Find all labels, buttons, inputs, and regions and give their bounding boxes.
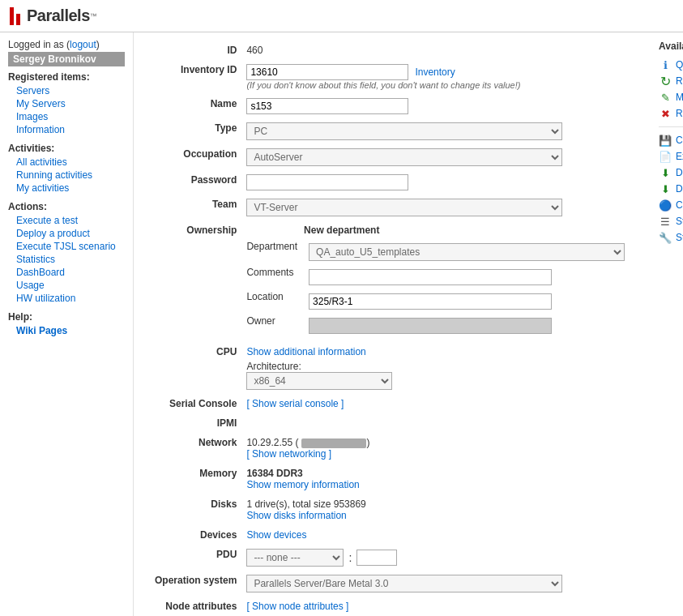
action-remove[interactable]: ✖ Remove bbox=[659, 105, 683, 122]
sidebar-item-statistics[interactable]: Statistics bbox=[8, 253, 125, 266]
logo: Parallels™ bbox=[10, 6, 673, 25]
winpe-icon: 🔵 bbox=[659, 199, 672, 212]
inventory-id-input[interactable] bbox=[246, 64, 408, 80]
password-input[interactable] bbox=[246, 174, 408, 190]
password-cell bbox=[241, 170, 634, 195]
cpu-row: CPU Show additional information Architec… bbox=[150, 342, 634, 394]
sidebar-item-hw-utilization[interactable]: HW utilization bbox=[8, 292, 125, 305]
pdu-row: PDU --- none --- : bbox=[150, 545, 634, 571]
team-label: Team bbox=[150, 195, 241, 220]
action-create-winpe[interactable]: 🔵 Create WinPE bbox=[659, 197, 683, 213]
remove-icon: ✖ bbox=[659, 107, 672, 120]
sidebar-item-servers[interactable]: Servers bbox=[8, 84, 125, 97]
sidebar-item-deploy-product[interactable]: Deploy a product bbox=[8, 227, 125, 240]
location-input[interactable] bbox=[309, 293, 552, 310]
location-cell bbox=[304, 289, 630, 314]
network-ip-text: 10.29.2.55 ( bbox=[246, 437, 298, 448]
pdu-port-input[interactable] bbox=[356, 550, 397, 566]
sidebar-registered-title: Registered items: bbox=[8, 71, 125, 83]
sidebar-item-my-activities[interactable]: My activities bbox=[8, 182, 125, 195]
name-label: Name bbox=[150, 94, 241, 118]
deploy-product-icon: ⬇ bbox=[659, 182, 672, 195]
sidebar-item-all-activities[interactable]: All activities bbox=[8, 156, 125, 169]
team-row: Team VT-Server bbox=[150, 195, 634, 220]
sidebar-item-my-servers[interactable]: My Servers bbox=[8, 97, 125, 110]
info-icon: ℹ bbox=[659, 58, 672, 71]
sidebar-item-usage[interactable]: Usage bbox=[8, 279, 125, 292]
inventory-id-label: Inventory ID bbox=[150, 60, 241, 94]
cpu-label: CPU bbox=[150, 342, 241, 394]
inventory-id-row-inner: Inventory bbox=[246, 64, 630, 80]
inventory-id-row: Inventory ID Inventory (If you don't kno… bbox=[150, 60, 634, 94]
owner-input[interactable] bbox=[309, 318, 552, 334]
action-execute-test-label: Execute test bbox=[676, 151, 683, 162]
action-start-activity[interactable]: 🔧 Start activity bbox=[659, 229, 683, 246]
ipmi-label: IPMI bbox=[150, 413, 241, 433]
actions-title: Available actions bbox=[659, 41, 683, 52]
location-row: Location bbox=[246, 289, 630, 314]
network-bar bbox=[301, 438, 366, 448]
inventory-link[interactable]: Inventory bbox=[415, 66, 455, 78]
team-select[interactable]: VT-Server bbox=[246, 199, 562, 216]
owner-label: Owner bbox=[246, 314, 304, 338]
ownership-row: Ownership New department Department bbox=[150, 220, 634, 342]
sidebar-help-section: Help: Wiki Pages bbox=[8, 311, 125, 337]
disks-row: Disks 1 drive(s), total size 953869 Show… bbox=[150, 494, 634, 525]
disks-value: 1 drive(s), total size 953869 bbox=[246, 498, 630, 510]
logo-tm: ™ bbox=[90, 12, 97, 20]
header: Parallels™ bbox=[0, 0, 683, 32]
sidebar-item-wiki-pages[interactable]: Wiki Pages bbox=[8, 324, 125, 337]
action-deploy-image[interactable]: ⬇ Deploy image bbox=[659, 165, 683, 181]
cpu-arch: Architecture: x86_64 bbox=[246, 361, 630, 390]
type-select[interactable]: PC bbox=[246, 122, 562, 140]
ipmi-row: IPMI bbox=[150, 413, 634, 433]
name-input[interactable] bbox=[246, 98, 408, 114]
devices-show-link[interactable]: Show devices bbox=[246, 529, 306, 541]
cpu-arch-select[interactable]: x86_64 bbox=[246, 372, 392, 390]
action-query-update-label: Query & Update bbox=[676, 59, 683, 71]
os-row: Operation system Parallels Server/Bare M… bbox=[150, 571, 634, 597]
ownership-cell: New department Department QA_auto_U5_tem… bbox=[241, 220, 634, 342]
cpu-show-link[interactable]: Show additional information bbox=[246, 346, 365, 357]
action-start-manual-test[interactable]: ☰ Start manual test bbox=[659, 213, 683, 229]
sidebar-item-dashboard[interactable]: DashBoard bbox=[8, 266, 125, 279]
disks-cell: 1 drive(s), total size 953869 Show disks… bbox=[241, 494, 634, 525]
action-deploy-product[interactable]: ⬇ Deploy product bbox=[659, 181, 683, 197]
disks-show-link[interactable]: Show disks information bbox=[246, 510, 346, 521]
network-show-link[interactable]: [ Show networking ] bbox=[246, 448, 331, 460]
network-ip-display: 10.29.2.55 () bbox=[246, 437, 630, 448]
actions-panel: Available actions ℹ Query & Update ↻ Ref… bbox=[651, 32, 683, 616]
sidebar-username: Sergey Bronnikov bbox=[8, 52, 125, 66]
logout-link[interactable]: logout bbox=[70, 39, 96, 50]
serial-console-cell: [ Show serial console ] bbox=[241, 394, 634, 413]
department-select[interactable]: QA_auto_U5_templates bbox=[309, 243, 625, 261]
sidebar-item-running-activities[interactable]: Running activities bbox=[8, 169, 125, 182]
sidebar-actions-title: Actions: bbox=[8, 201, 125, 212]
os-select[interactable]: Parallels Server/Bare Metal 3.0 bbox=[246, 575, 562, 592]
cpu-cell: Show additional information Architecture… bbox=[241, 342, 634, 394]
action-refresh[interactable]: ↻ Refresh bbox=[659, 73, 683, 89]
action-query-update[interactable]: ℹ Query & Update bbox=[659, 57, 683, 73]
sidebar-item-images[interactable]: Images bbox=[8, 110, 125, 123]
sidebar-item-information[interactable]: Information bbox=[8, 123, 125, 136]
owner-row: Owner bbox=[246, 314, 630, 338]
occupation-select[interactable]: AutoServer bbox=[246, 148, 562, 166]
memory-value: 16384 DDR3 bbox=[246, 468, 630, 479]
occupation-cell: AutoServer bbox=[241, 144, 634, 170]
memory-show-link[interactable]: Show memory information bbox=[246, 479, 359, 490]
sidebar-item-execute-tjsl[interactable]: Execute TJSL scenario bbox=[8, 240, 125, 253]
sidebar-item-execute-test[interactable]: Execute a test bbox=[8, 214, 125, 227]
serial-console-link[interactable]: [ Show serial console ] bbox=[246, 398, 344, 409]
main-content: ID 460 Inventory ID Inventory (If you do… bbox=[134, 32, 651, 616]
action-execute-test[interactable]: 📄 Execute test bbox=[659, 148, 683, 165]
action-create-backup[interactable]: 💾 Create backup image bbox=[659, 132, 683, 148]
pdu-label: PDU bbox=[150, 545, 241, 571]
memory-row: Memory 16384 DDR3 Show memory informatio… bbox=[150, 464, 634, 494]
action-create-backup-label: Create backup image bbox=[676, 135, 683, 146]
action-modify[interactable]: ✎ Modify bbox=[659, 89, 683, 105]
logged-in-text: Logged in as ( bbox=[8, 39, 70, 50]
pdu-select[interactable]: --- none --- bbox=[246, 549, 344, 567]
comments-input[interactable] bbox=[309, 269, 552, 285]
node-attr-link[interactable]: [ Show node attributes ] bbox=[246, 601, 348, 612]
department-label: Department bbox=[246, 239, 304, 265]
